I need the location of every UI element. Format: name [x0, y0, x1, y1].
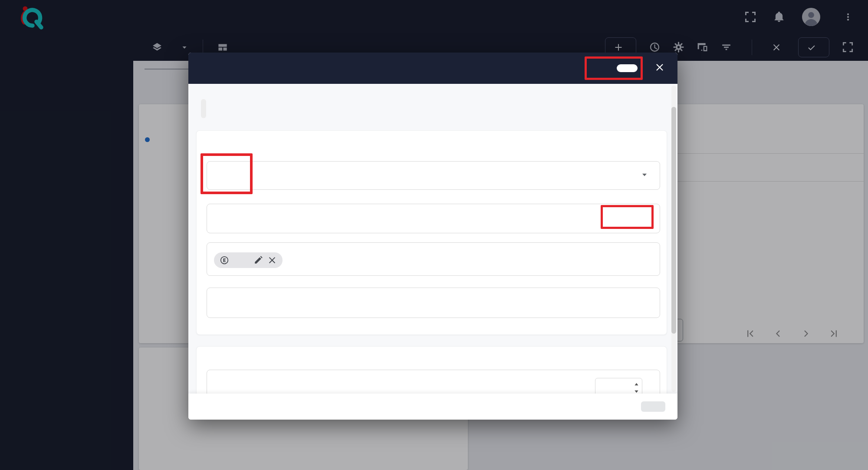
stepper-down-icon[interactable] — [634, 389, 639, 394]
add-widget-dialog — [188, 53, 677, 420]
dialog-footer — [188, 394, 677, 420]
filter-field[interactable] — [207, 288, 660, 318]
limits-section — [196, 346, 667, 394]
stepper-up-icon[interactable] — [634, 382, 639, 387]
edit-key-pencil-icon[interactable] — [254, 256, 263, 265]
data-keys-field[interactable] — [207, 242, 660, 276]
dialog-close-button[interactable] — [655, 63, 664, 74]
scrollbar-thumb[interactable] — [671, 107, 676, 334]
max-entities-stepper[interactable] — [595, 378, 642, 394]
dropdown-caret-icon[interactable] — [641, 171, 648, 180]
annotation-box-advanced — [585, 56, 643, 80]
dialog-scrollbar[interactable] — [671, 86, 676, 392]
entity-key-icon — [220, 256, 229, 265]
max-entities-input[interactable] — [595, 378, 629, 394]
datasource-type-select[interactable] — [207, 161, 660, 190]
filter-input[interactable] — [217, 288, 489, 318]
app — [0, 0, 868, 470]
dialog-add-button[interactable] — [641, 401, 665, 412]
annotation-box-type — [201, 153, 253, 194]
data-key-chip[interactable] — [214, 252, 283, 268]
dialog-tabs — [201, 99, 206, 118]
max-entities-field — [207, 370, 660, 394]
datasource-section — [196, 130, 667, 335]
entity-alias-input[interactable] — [217, 204, 489, 233]
remove-key-x-icon[interactable] — [268, 256, 276, 265]
close-x-icon — [655, 63, 664, 72]
entity-alias-field[interactable] — [207, 204, 660, 233]
annotation-box-create-new — [601, 205, 654, 229]
dialog-body — [188, 84, 677, 394]
key-color-swatch[interactable] — [239, 255, 249, 265]
